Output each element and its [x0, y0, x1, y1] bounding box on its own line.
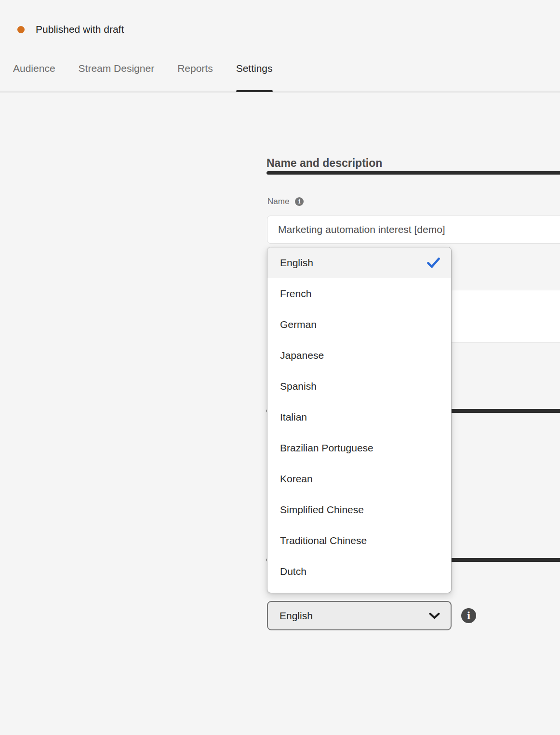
tab-reports[interactable]: Reports — [177, 63, 213, 90]
tab-settings[interactable]: Settings — [236, 63, 273, 90]
dropdown-option-simplified-chinese[interactable]: Simplified Chinese — [267, 494, 451, 525]
language-dropdown-popover: English French German Japanese Spanish I… — [267, 247, 452, 593]
section-rule — [267, 171, 560, 175]
status-label: Published with draft — [36, 24, 124, 35]
status-dot-icon — [17, 26, 25, 33]
tabbar-divider — [0, 91, 560, 93]
name-input[interactable] — [267, 216, 560, 244]
publish-status: Published with draft — [17, 24, 124, 35]
dropdown-option-spanish[interactable]: Spanish — [267, 371, 451, 402]
chevron-down-icon — [429, 612, 440, 619]
dropdown-option-french[interactable]: French — [267, 278, 451, 309]
dropdown-option-english[interactable]: English — [267, 247, 451, 278]
dropdown-option-traditional-chinese[interactable]: Traditional Chinese — [267, 525, 451, 556]
check-icon — [427, 258, 440, 268]
language-select-value: English — [280, 610, 313, 622]
section-title: Name and description — [267, 157, 382, 170]
info-icon[interactable]: i — [295, 197, 304, 206]
dropdown-option-italian[interactable]: Italian — [267, 402, 451, 433]
dropdown-option-brazilian-portuguese[interactable]: Brazilian Portuguese — [267, 433, 451, 463]
settings-page: { "status": { "label": "Published with d… — [0, 0, 560, 735]
info-icon[interactable]: i — [461, 608, 476, 623]
tab-bar: AudienceStream DesignerReportsSettings — [13, 63, 273, 90]
tab-stream-designer[interactable]: Stream Designer — [79, 63, 155, 90]
name-field-label: Name — [267, 197, 289, 206]
dropdown-option-korean[interactable]: Korean — [267, 463, 451, 494]
language-select-button[interactable]: English — [267, 601, 452, 630]
dropdown-option-german[interactable]: German — [267, 309, 451, 340]
dropdown-option-dutch[interactable]: Dutch — [267, 556, 451, 587]
dropdown-option-japanese[interactable]: Japanese — [267, 340, 451, 371]
tab-audience[interactable]: Audience — [13, 63, 55, 90]
name-field-label-row: Name i — [267, 197, 304, 206]
